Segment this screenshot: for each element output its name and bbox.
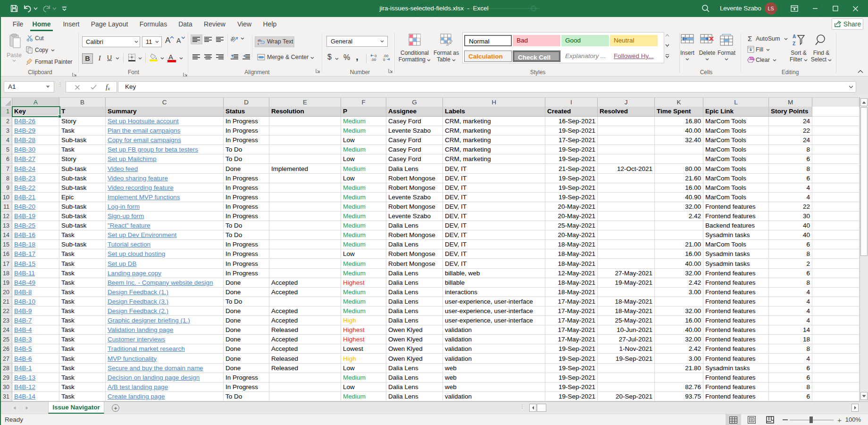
svg-text:.00: .00 bbox=[371, 58, 376, 61]
svg-text:0: 0 bbox=[383, 58, 385, 61]
svg-text:A: A bbox=[793, 34, 796, 39]
svg-text:c: c bbox=[258, 42, 259, 45]
svg-text:Z: Z bbox=[793, 41, 795, 46]
